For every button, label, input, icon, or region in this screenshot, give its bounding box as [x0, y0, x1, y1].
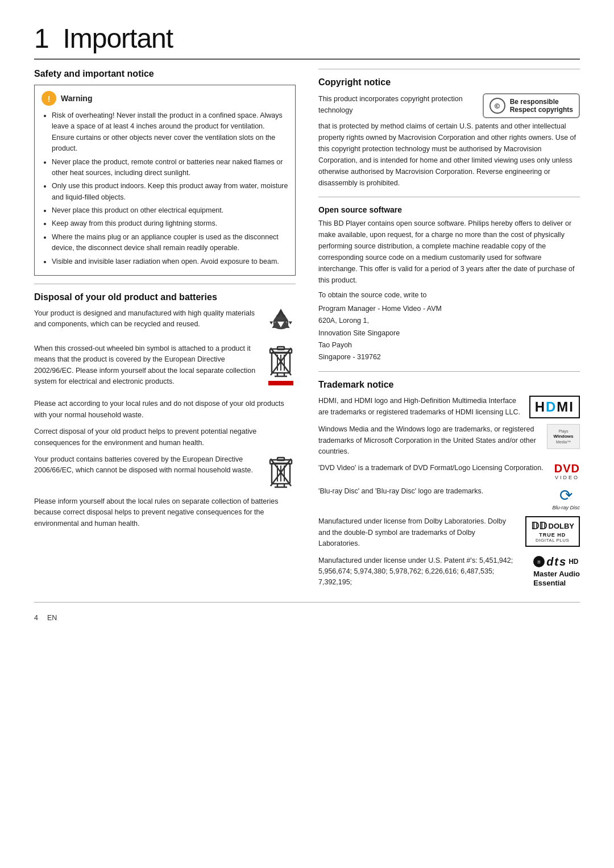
trademark-hdmi-row: HDMI, and HDMI logo and High-Definition …: [318, 396, 580, 418]
dts-logo-top: ≡ dtsHD: [533, 555, 578, 568]
dvd-logo-sub: VIDEO: [555, 475, 579, 480]
trademark-hdmi-text: HDMI, and HDMI logo and High-Definition …: [318, 396, 522, 418]
warning-icon: !: [42, 91, 56, 106]
warning-item: Where the mains plug or an appliance cou…: [52, 232, 288, 254]
be-responsible-text: Be responsible Respect copyrights: [510, 98, 573, 114]
trademark-dts-row: Manufactured under license under U.S. Pa…: [318, 555, 580, 589]
crossed-bin-icon-2: [266, 454, 296, 491]
warning-item: Only use this product indoors. Keep this…: [52, 181, 288, 203]
warning-item: Never place the product, remote control …: [52, 157, 288, 179]
recycle-svg-1: [266, 308, 296, 338]
dolby-name: DOLBY: [549, 522, 575, 530]
opensource-p2: To obtain the source code, write to: [318, 289, 580, 301]
warning-item: Visible and invisible laser radiation wh…: [52, 256, 288, 267]
crossed-bin-svg-2: [266, 454, 296, 491]
dvd-logo-text: DVD: [554, 463, 580, 474]
warning-item: Keep away from this product during light…: [52, 218, 288, 229]
copyright-title: Copyright notice: [318, 77, 580, 88]
hdmi-logo-text: HDMI: [529, 396, 580, 418]
windows-media-logo-box: Plays Windows Media™: [547, 424, 580, 449]
dts-sub-2: Essential: [533, 579, 566, 588]
disposal-p2: When this crossed-out wheeled bin symbol…: [34, 343, 258, 388]
crossed-bin-svg: [266, 343, 296, 380]
copyright-top-rule: [318, 69, 580, 69]
bin-red-bar: [268, 381, 293, 385]
disposal-p3: Please act according to your local rules…: [34, 398, 296, 421]
windows-media-logo: Plays Windows Media™: [547, 424, 580, 449]
warning-box: ! Warning Risk of overheating! Never ins…: [34, 85, 296, 276]
copyright-intro: This product incorporates copyright prot…: [318, 93, 477, 116]
footer-rule: [34, 602, 580, 603]
opensource-title: Open source software: [318, 205, 580, 214]
dolby-logo-top: 𝔻𝔻 DOLBY: [531, 520, 575, 532]
disposal-p4: Correct disposal of your old product hel…: [34, 426, 296, 448]
dts-hd: HD: [569, 558, 578, 566]
disposal-rule: [34, 284, 296, 284]
page-title: 1 Important: [34, 23, 580, 54]
dolby-logo-box: 𝔻𝔻 DOLBY TRUE HD DIGITAL PLUS: [525, 516, 580, 547]
safety-title: Safety and important notice: [34, 69, 296, 79]
right-column: Copyright notice This product incorporat…: [318, 69, 580, 594]
trademark-windows-row: Windows Media and the Windows logo are t…: [318, 424, 580, 457]
dolby-plus: DIGITAL PLUS: [536, 538, 569, 543]
dts-circle-icon: ≡: [533, 556, 545, 567]
copyright-circle-icon: ©: [489, 98, 505, 114]
disposal-p1: Your product is designed and manufacture…: [34, 308, 258, 330]
bluray-disc-icon: ⟳: [559, 486, 572, 505]
disposal-row-3: Your product contains batteries covered …: [34, 454, 296, 491]
dolby-truehd: TRUE HD: [539, 532, 566, 538]
opensource-address: Program Manager - Home Video - AVM 620A,…: [318, 303, 580, 363]
dts-logo-container: ≡ dtsHD Master Audio Essential: [533, 555, 580, 589]
crossed-bin-icon-1: [266, 343, 296, 385]
footer-lang: EN: [47, 614, 57, 622]
trademark-rule: [318, 371, 580, 372]
bluray-logo-container: ⟳ Blu-ray Disc: [552, 486, 580, 510]
opensource-rule: [318, 197, 580, 197]
warning-header: ! Warning: [42, 91, 288, 106]
trademark-bluray-text: 'Blu-ray Disc' and 'Blu-ray Disc' logo a…: [318, 486, 545, 497]
warning-list: Risk of overheating! Never install the p…: [42, 110, 288, 267]
page-footer: 4 EN: [34, 614, 580, 622]
trademark-dolby-text: Manufactured under license from Dolby La…: [318, 516, 518, 549]
svg-rect-6: [277, 347, 284, 350]
disposal-p6: Please inform yourself about the local r…: [34, 496, 296, 529]
disposal-p5: Your product contains batteries covered …: [34, 454, 258, 476]
disposal-row-1: Your product is designed and manufacture…: [34, 308, 296, 338]
copyright-header-row: This product incorporates copyright prot…: [318, 93, 580, 118]
trademark-dvd-row: 'DVD Video' is a trademark of DVD Format…: [318, 463, 580, 480]
page-layout: Safety and important notice ! Warning Ri…: [34, 69, 580, 594]
trademark-title: Trademark notice: [318, 380, 580, 390]
trademark-windows-text: Windows Media and the Windows logo are t…: [318, 424, 540, 457]
dolby-logo: 𝔻𝔻 DOLBY TRUE HD DIGITAL PLUS: [525, 516, 580, 547]
dvd-logo-container: DVD VIDEO: [554, 463, 580, 480]
opensource-p1: This BD Player contains open source soft…: [318, 218, 580, 286]
dolby-dd-symbol: 𝔻𝔻: [531, 520, 547, 532]
recycle-icon-1: [266, 308, 296, 338]
disposal-row-2: When this crossed-out wheeled bin symbol…: [34, 343, 296, 393]
warning-label: Warning: [61, 94, 92, 103]
bluray-logo: ⟳ Blu-ray Disc: [552, 486, 580, 510]
copyright-body: that is protected by method claims of ce…: [318, 121, 580, 189]
dts-sub-1: Master Audio: [533, 570, 580, 579]
disposal-section: Your product is designed and manufacture…: [34, 308, 296, 529]
dvd-logo: DVD VIDEO: [554, 463, 580, 480]
bluray-logo-text: Blu-ray Disc: [552, 505, 580, 510]
title-divider: [34, 59, 580, 60]
warning-item: Risk of overheating! Never install the p…: [52, 110, 288, 155]
left-column: Safety and important notice ! Warning Ri…: [34, 69, 296, 594]
dts-name: dts: [546, 555, 567, 568]
trademark-dolby-row: Manufactured under license from Dolby La…: [318, 516, 580, 549]
svg-rect-17: [277, 458, 284, 460]
hdmi-logo: HDMI: [529, 396, 580, 418]
disposal-title: Disposal of your old product and batteri…: [34, 292, 296, 302]
trademark-dts-text: Manufactured under license under U.S. Pa…: [318, 555, 526, 588]
trademark-bluray-row: 'Blu-ray Disc' and 'Blu-ray Disc' logo a…: [318, 486, 580, 510]
trademark-dvd-text: 'DVD Video' is a trademark of DVD Format…: [318, 463, 547, 474]
warning-item: Never place this product on other electr…: [52, 205, 288, 216]
footer-page-number: 4: [34, 614, 38, 622]
be-responsible-badge: © Be responsible Respect copyrights: [483, 93, 580, 118]
dts-logo: ≡ dtsHD Master Audio Essential: [533, 555, 580, 589]
